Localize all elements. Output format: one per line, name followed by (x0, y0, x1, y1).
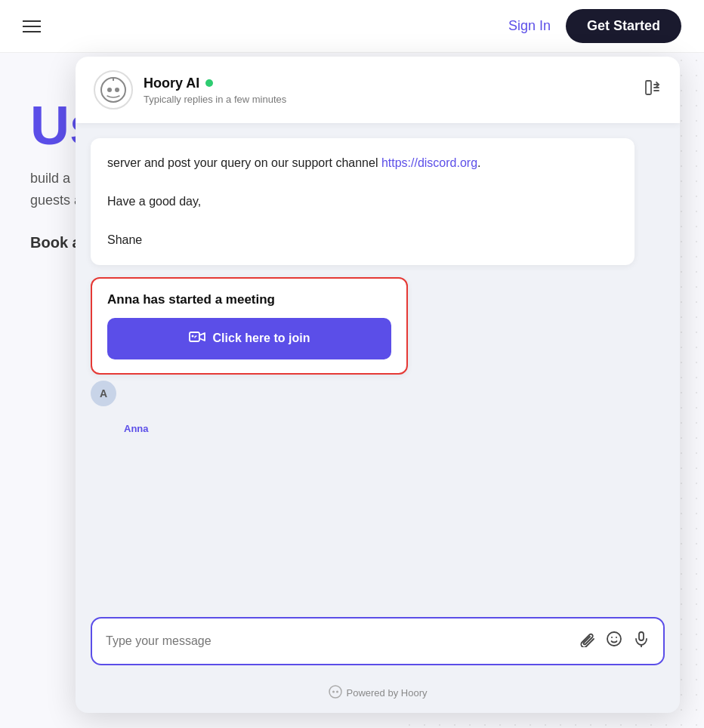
input-icons (579, 631, 650, 652)
meeting-title: Anna has started a meeting (107, 292, 391, 307)
hamburger-icon (23, 17, 41, 36)
bot-info: Hoory AI Typically replies in a few minu… (144, 76, 633, 105)
svg-point-8 (611, 637, 613, 638)
chat-messages: server and post your query on our suppor… (76, 123, 680, 605)
hoory-logo-small (329, 685, 342, 701)
chat-header: Hoory AI Typically replies in a few minu… (76, 57, 680, 123)
chat-widget: Hoory AI Typically replies in a few minu… (76, 57, 680, 713)
microphone-icon[interactable] (633, 631, 650, 652)
svg-point-12 (329, 686, 341, 698)
video-camera-icon (189, 329, 205, 349)
expand-icon[interactable] (644, 79, 662, 101)
svg-rect-4 (646, 81, 651, 94)
svg-point-7 (607, 632, 621, 646)
message-input[interactable] (106, 634, 568, 648)
sign-in-text[interactable]: Sign In (508, 18, 551, 34)
anna-row: A (91, 381, 665, 406)
discord-link[interactable]: https://discord.org (381, 156, 477, 169)
background-header: Sign In Get Started (0, 0, 704, 53)
join-meeting-button[interactable]: Click here to join (107, 318, 391, 359)
bot-message: server and post your query on our suppor… (91, 138, 635, 265)
attachment-icon[interactable] (579, 631, 595, 652)
anna-avatar: A (91, 381, 116, 406)
online-indicator (205, 79, 213, 87)
svg-point-2 (115, 88, 119, 92)
svg-point-14 (336, 691, 338, 693)
bot-avatar (94, 70, 133, 110)
svg-point-9 (616, 637, 617, 638)
emoji-icon[interactable] (606, 631, 622, 652)
anna-name: Anna (124, 423, 665, 434)
get-started-button[interactable]: Get Started (566, 9, 681, 43)
svg-rect-10 (639, 632, 644, 640)
meeting-bubble: Anna has started a meeting Click here to… (91, 277, 408, 375)
join-button-label: Click here to join (213, 332, 310, 345)
svg-point-0 (101, 78, 125, 102)
powered-by-text: Powered by Hoory (347, 687, 428, 699)
svg-point-1 (107, 88, 112, 92)
bot-name: Hoory AI (144, 76, 633, 91)
bot-status: Typically replies in a few minutes (144, 94, 633, 105)
chat-input-area (76, 605, 680, 677)
svg-point-13 (332, 691, 335, 693)
chat-footer: Powered by Hoory (76, 677, 680, 713)
svg-point-6 (191, 335, 193, 337)
message-row-meeting: Anna has started a meeting Click here to… (91, 277, 665, 375)
chat-input-box (91, 617, 665, 665)
